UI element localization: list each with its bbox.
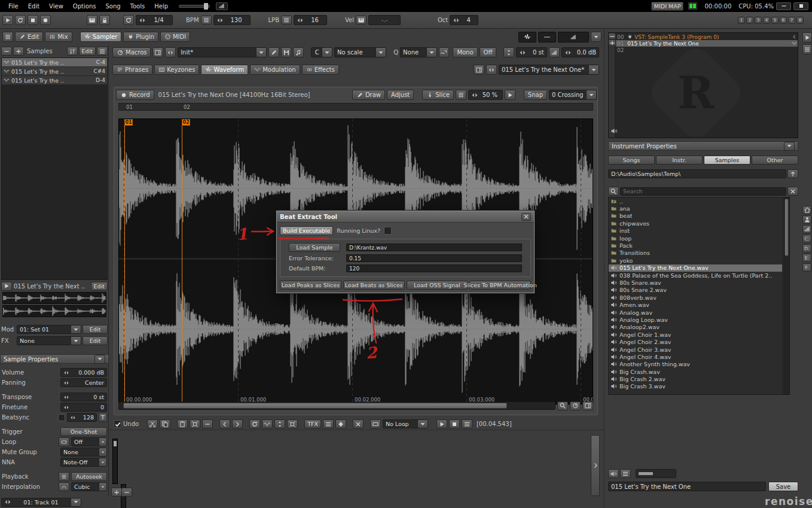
- disk-browser-grid-button[interactable]: [802, 44, 812, 54]
- file-row[interactable]: Analoop2.wav: [609, 324, 782, 331]
- sample-list-item[interactable]: 015 Let's Try the ..C#4: [2, 67, 107, 76]
- file-row[interactable]: Angel Choir 3.wav: [609, 346, 782, 353]
- record-sample-button[interactable]: Record: [116, 90, 154, 100]
- process-menu-button[interactable]: [323, 419, 334, 428]
- select-prev-button[interactable]: [219, 419, 230, 428]
- browser-tab-samples[interactable]: Samples: [704, 156, 750, 165]
- loop-selection-button[interactable]: [249, 419, 260, 428]
- stop-sample-button[interactable]: [449, 419, 460, 428]
- quantize-dropdown[interactable]: None: [400, 47, 436, 57]
- scope-spectrum-selector[interactable]: [558, 32, 589, 42]
- interpolate-button[interactable]: [262, 419, 273, 428]
- transpose-icon-button[interactable]: [503, 47, 514, 57]
- block-loop-7[interactable]: 7: [788, 17, 795, 24]
- delete-button[interactable]: [202, 419, 213, 428]
- octave-down-button[interactable]: [121, 488, 132, 497]
- trigger-button[interactable]: One-Shot: [60, 427, 107, 436]
- folder-row[interactable]: Pack: [609, 242, 782, 249]
- maximize-button[interactable]: [793, 2, 808, 10]
- slice-preview-button[interactable]: [505, 90, 515, 100]
- sampler-tab-waveform[interactable]: Waveform: [201, 65, 248, 75]
- zoom-fit-button[interactable]: [582, 401, 593, 410]
- file-row[interactable]: Amen.wav: [609, 301, 782, 308]
- slice-marker-line[interactable]: [182, 119, 182, 404]
- note-properties-button[interactable]: [293, 47, 304, 57]
- add-sample-button[interactable]: [13, 47, 24, 56]
- folder-row[interactable]: loop: [609, 235, 782, 242]
- default-bpm-field[interactable]: 120: [346, 264, 522, 272]
- midi-map-button[interactable]: MIDI MAP: [651, 2, 684, 11]
- sample-list-item[interactable]: 015 Let's Try the ..D-4: [2, 76, 107, 85]
- dialog-title-bar[interactable]: Beat Extract Tool: [277, 211, 534, 223]
- instrument-panel-toggle[interactable]: [474, 65, 484, 75]
- file-row[interactable]: Another Synth thing.wav: [609, 361, 782, 368]
- instrument-collapse-button[interactable]: [609, 34, 615, 39]
- menu-view[interactable]: View: [44, 2, 68, 11]
- sampler-tab-phrases[interactable]: Phrases: [112, 65, 152, 75]
- slice-grid-button[interactable]: [456, 90, 466, 100]
- beatsync-checkbox[interactable]: [58, 414, 65, 421]
- sample-path-field[interactable]: D:\Krantz.wav: [346, 244, 522, 251]
- gain-meter-button[interactable]: [549, 47, 560, 57]
- tfx-button[interactable]: TFX: [304, 419, 321, 428]
- instrument-gain-spinner[interactable]: 0.0 dB: [561, 47, 599, 57]
- file-list-scrollbar-thumb[interactable]: [784, 199, 789, 256]
- gain-arrows[interactable]: [564, 49, 572, 56]
- instrument-slot-01[interactable]: 01015 Let's Try the Next One: [616, 40, 798, 47]
- tab-midi[interactable]: MIDI: [160, 32, 190, 42]
- file-row[interactable]: Big Crash 2.wav: [609, 375, 782, 382]
- volume-spinner[interactable]: 0.000 dB: [60, 368, 107, 377]
- prehear-speaker-button[interactable]: [608, 469, 619, 478]
- search-icon-button[interactable]: [608, 187, 619, 196]
- master-volume-handle[interactable]: [204, 3, 208, 10]
- user-folder-button[interactable]: [802, 215, 811, 224]
- save-button[interactable]: Save: [768, 482, 798, 491]
- glide-button[interactable]: Off: [480, 47, 497, 57]
- home-button[interactable]: [802, 206, 811, 214]
- loop-mode-icon-button[interactable]: [370, 419, 381, 428]
- menu-edit[interactable]: Edit: [23, 2, 44, 11]
- browser-tab-other[interactable]: Other: [752, 156, 798, 165]
- folder-row[interactable]: Transitions: [609, 250, 782, 257]
- collapse-samples-button[interactable]: [1, 47, 12, 56]
- menu-help[interactable]: Help: [149, 2, 173, 11]
- block-loop-6[interactable]: 6: [780, 17, 787, 24]
- dialog-action-slices-to-bpm-automation[interactable]: Slices To BPM Automation: [469, 281, 531, 290]
- waveform-scrollbar-thumb[interactable]: [123, 403, 507, 409]
- instrument-slot-02[interactable]: 02: [616, 47, 798, 53]
- block-loop-2[interactable]: 2: [746, 17, 753, 24]
- octave-arrows[interactable]: [453, 17, 460, 24]
- zoom-one-to-one-button[interactable]: [570, 401, 581, 410]
- dialog-action-load-oss-signal[interactable]: Load OSS Signal: [407, 281, 468, 290]
- cut-button[interactable]: [147, 419, 158, 428]
- mute-group-dropdown[interactable]: None: [60, 448, 107, 457]
- edit-step-spinner[interactable]: 1/4: [136, 15, 173, 25]
- interpolation-icon-button[interactable]: [59, 482, 69, 491]
- samples-edit-button[interactable]: Edit: [79, 47, 96, 56]
- arpeggio-button[interactable]: [439, 47, 450, 57]
- copy-button[interactable]: [160, 419, 170, 428]
- velocity-slider-handle[interactable]: [114, 441, 117, 446]
- file-row[interactable]: Angel Choir 1.wav: [609, 331, 782, 338]
- interpolation-dropdown[interactable]: Cubic: [71, 482, 107, 491]
- play-sample-preview-button[interactable]: [1, 282, 12, 291]
- file-list-scrollbar[interactable]: [783, 197, 790, 395]
- file-row[interactable]: Big Crash.wav: [609, 368, 782, 375]
- file-row[interactable]: 80s Snare.wav: [609, 279, 782, 286]
- current-instrument-dropdown[interactable]: 015 Let's Try the Next One*: [499, 65, 599, 75]
- dialog-action-load-peaks-as-slices[interactable]: Load Peaks as Slices: [280, 281, 341, 290]
- dialog-action-load-beats-as-slices[interactable]: Load Beats as Slices: [343, 281, 405, 290]
- keyboard-scroll-right[interactable]: [591, 435, 600, 496]
- key-velocity-slider[interactable]: [112, 439, 118, 484]
- prehear-volume-slider[interactable]: [636, 469, 676, 478]
- diamond-button[interactable]: [335, 419, 346, 428]
- tab-edit[interactable]: Edit: [15, 32, 43, 42]
- snap-mode-dropdown[interactable]: 0 Crossing: [549, 90, 597, 100]
- slice-button[interactable]: Slice: [422, 90, 454, 100]
- sample-list-item[interactable]: 015 Let's Try the ..C-4: [2, 58, 107, 67]
- file-row[interactable]: Angel Choir 4.wav: [609, 353, 782, 360]
- menu-file[interactable]: File: [4, 2, 23, 11]
- fx-chain-dropdown[interactable]: None: [17, 336, 81, 345]
- panning-spinner[interactable]: Center: [60, 378, 107, 387]
- load-sample-button[interactable]: Load Sample: [289, 243, 340, 252]
